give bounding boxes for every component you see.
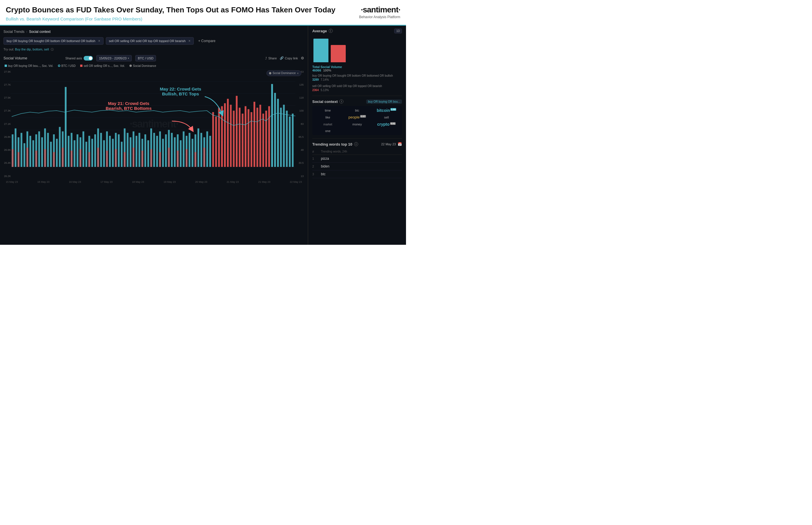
svg-rect-15 xyxy=(29,136,31,167)
social-context-info-icon[interactable]: i xyxy=(340,100,343,104)
vol2-pct: 5.13% xyxy=(321,89,329,92)
total-volume-label: Total Social Volume xyxy=(312,65,342,69)
time-badge[interactable]: 1D xyxy=(394,29,402,33)
word-biden[interactable]: biden xyxy=(321,164,402,168)
social-dom-close[interactable]: × xyxy=(297,72,299,75)
average-label: Average xyxy=(312,29,327,33)
svg-rect-52 xyxy=(138,133,140,167)
search-tag-sell-close[interactable]: × xyxy=(189,39,191,43)
word-like[interactable]: like xyxy=(314,116,342,119)
svg-rect-31 xyxy=(77,134,78,167)
trending-row-3: 3 btc xyxy=(312,170,402,178)
divider-2 xyxy=(312,138,402,139)
right-panel: Average i 1D Total Social Volume 46066 1… xyxy=(308,26,406,245)
col-hash: # xyxy=(312,150,317,153)
share-label: Share xyxy=(268,57,276,60)
search-tag-buy[interactable]: buy OR buying OR bought OR bottom OR bot… xyxy=(3,37,104,45)
svg-rect-87 xyxy=(242,114,243,167)
copy-link-button[interactable]: 🔗 Copy link xyxy=(280,56,298,60)
average-info-icon[interactable]: i xyxy=(329,29,333,33)
pair-text: BTC / USD xyxy=(138,57,153,60)
legend-buy-vol: buy OR buying OR bou..., Soc. Vol. xyxy=(5,64,53,68)
pair-selector[interactable]: BTC / USD xyxy=(135,55,156,61)
social-context-tag: buy OR buying OR bou... xyxy=(366,100,402,104)
social-dominance-toggle: Social Dominance × xyxy=(267,70,301,76)
y-axis-left: 27.9K 27.7K 27.5K 27.3K 27.1K 26.8K 26.6… xyxy=(4,69,11,179)
svg-rect-126 xyxy=(195,152,196,167)
word-crypto[interactable]: crypto0.61 xyxy=(373,122,400,126)
svg-rect-22 xyxy=(50,141,52,167)
search-tag-sell-text: sell OR selling OR sold OR top OR topped… xyxy=(109,39,186,43)
svg-rect-13 xyxy=(24,143,25,167)
rank-3: 3 xyxy=(312,172,317,176)
svg-rect-84 xyxy=(233,110,235,167)
svg-rect-78 xyxy=(215,117,217,167)
average-bar-chart xyxy=(312,36,402,62)
svg-rect-112 xyxy=(71,150,72,167)
trending-row-1: 1 pizza xyxy=(312,155,402,163)
try-out-info-icon[interactable]: ⓘ xyxy=(51,48,54,51)
trending-info-icon[interactable]: i xyxy=(354,142,358,146)
search-tag-sell[interactable]: sell OR selling OR sold OR top OR topped… xyxy=(106,37,194,45)
svg-rect-124 xyxy=(177,150,179,167)
svg-rect-39 xyxy=(100,133,102,167)
svg-rect-122 xyxy=(159,152,161,167)
word-money[interactable]: money xyxy=(343,122,371,126)
volume-item-buy: buy OR buying OR bought OR bottom OR bot… xyxy=(312,74,402,82)
legend-sell-vol: sell OR selling OR s..., Soc. Vol. xyxy=(80,64,125,68)
try-out-link[interactable]: Buy the dip, bottom, sell xyxy=(15,48,49,51)
breadcrumb-parent[interactable]: Social Trends xyxy=(3,30,25,34)
santiment-logo: ·santiment· xyxy=(361,5,400,14)
word-time[interactable]: time xyxy=(314,109,342,112)
svg-rect-104 xyxy=(292,114,294,167)
trending-table-header: # Trending words, 24h xyxy=(312,149,402,155)
left-panel: Social Trends › Social context buy OR bu… xyxy=(0,26,308,245)
link-icon: 🔗 xyxy=(280,56,284,60)
calendar-icon[interactable]: 📅 xyxy=(397,142,402,146)
svg-rect-66 xyxy=(180,140,181,167)
social-context-header: Social context i buy OR buying OR bou... xyxy=(312,100,402,104)
vol1-label: buy OR buying OR bought OR bottom OR bot… xyxy=(312,74,393,77)
word-btc-trending[interactable]: btc xyxy=(321,172,402,176)
word-btc[interactable]: btc xyxy=(343,109,371,112)
svg-rect-43 xyxy=(112,139,114,167)
word-market[interactable]: market xyxy=(314,123,342,126)
share-button[interactable]: ⤴ Share xyxy=(265,57,276,60)
word-one[interactable]: one xyxy=(314,129,342,133)
svg-rect-80 xyxy=(221,106,223,167)
rank-1: 1 xyxy=(312,157,317,160)
compare-button[interactable]: + Compare xyxy=(196,38,218,44)
svg-rect-120 xyxy=(141,150,143,167)
svg-rect-92 xyxy=(256,107,258,167)
word-people[interactable]: people0.67 xyxy=(343,115,371,119)
svg-rect-91 xyxy=(254,102,255,167)
svg-rect-85 xyxy=(236,96,238,167)
svg-rect-63 xyxy=(171,133,173,167)
svg-rect-60 xyxy=(162,139,164,167)
rank-2: 2 xyxy=(312,165,317,168)
word-pizza[interactable]: pizza xyxy=(321,156,402,161)
main-layout: Social Trends › Social context buy OR bu… xyxy=(0,26,406,245)
svg-rect-103 xyxy=(289,117,291,167)
legend-btc-usd: BTC / USD xyxy=(58,64,76,68)
shared-axis-toggle[interactable] xyxy=(84,56,93,61)
svg-rect-67 xyxy=(183,131,184,167)
page-title: Crypto Bounces as FUD Takes Over Sunday,… xyxy=(6,5,343,15)
average-section-header: Average i 1D xyxy=(312,29,402,33)
svg-rect-19 xyxy=(41,137,43,167)
date-range-picker[interactable]: 15/05/23 - 22/05/23 ▾ xyxy=(96,55,132,61)
search-tag-buy-close[interactable]: × xyxy=(98,39,100,43)
word-sell[interactable]: sell xyxy=(373,116,400,119)
svg-rect-109 xyxy=(44,149,46,167)
svg-rect-55 xyxy=(147,140,149,167)
total-volume: Total Social Volume 46066 100% xyxy=(312,65,402,72)
svg-rect-97 xyxy=(271,84,273,167)
volume-item-sell: sell OR selling OR sold OR top OR topped… xyxy=(312,84,402,92)
word-bitcoin[interactable]: bitcoin1.00 xyxy=(373,108,400,113)
bar-buy xyxy=(313,39,328,62)
svg-rect-119 xyxy=(133,148,134,167)
svg-rect-105 xyxy=(12,149,14,167)
svg-rect-49 xyxy=(130,137,132,167)
settings-button[interactable]: ⚙ xyxy=(301,56,304,60)
svg-rect-69 xyxy=(189,133,190,167)
